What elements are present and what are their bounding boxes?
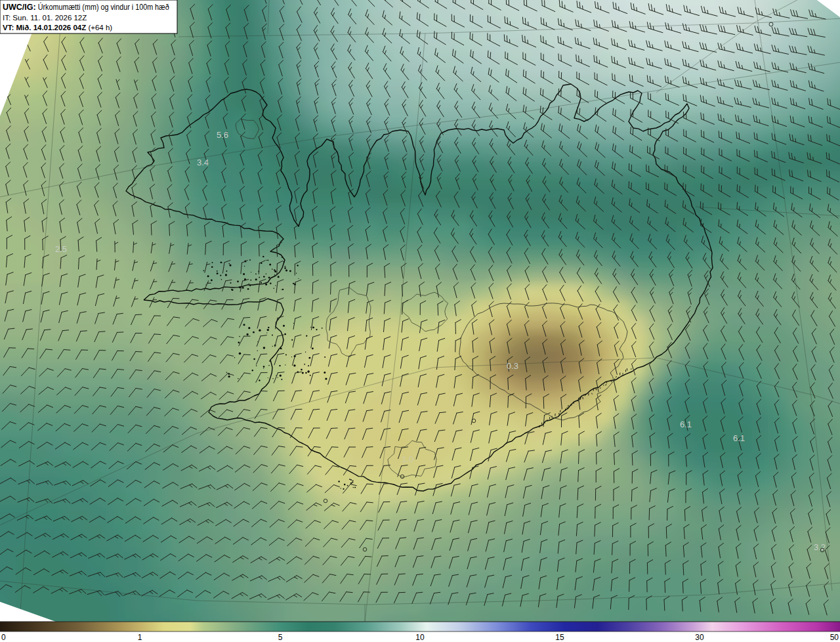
svg-text:3.4: 3.4: [197, 158, 209, 167]
svg-text:1: 1: [138, 633, 142, 642]
svg-text:5: 5: [278, 633, 283, 642]
svg-text:10: 10: [415, 633, 425, 642]
svg-text:5.6: 5.6: [217, 130, 228, 140]
svg-text:30: 30: [695, 633, 704, 642]
svg-text:2.5: 2.5: [55, 244, 67, 254]
svg-text:6.1: 6.1: [680, 419, 692, 429]
svg-text:IT: Sun. 11. 01. 2026 12Z: IT: Sun. 11. 01. 2026 12Z: [3, 14, 87, 22]
svg-text:6.1: 6.1: [733, 433, 745, 443]
svg-text:VT: Mið. 14.01.2026 04Z (+64 h: VT: Mið. 14.01.2026 04Z (+64 h): [3, 24, 112, 32]
svg-text:50: 50: [830, 633, 839, 642]
svg-text:0: 0: [1, 633, 6, 642]
svg-text:15: 15: [555, 633, 564, 642]
svg-text:1.0: 1.0: [402, 454, 413, 464]
svg-text:UWC/IG:Úrkomumætti (mm) og vin: UWC/IG:Úrkomumætti (mm) og vindur i 100m…: [3, 2, 169, 12]
svg-text:0.3: 0.3: [507, 361, 518, 371]
